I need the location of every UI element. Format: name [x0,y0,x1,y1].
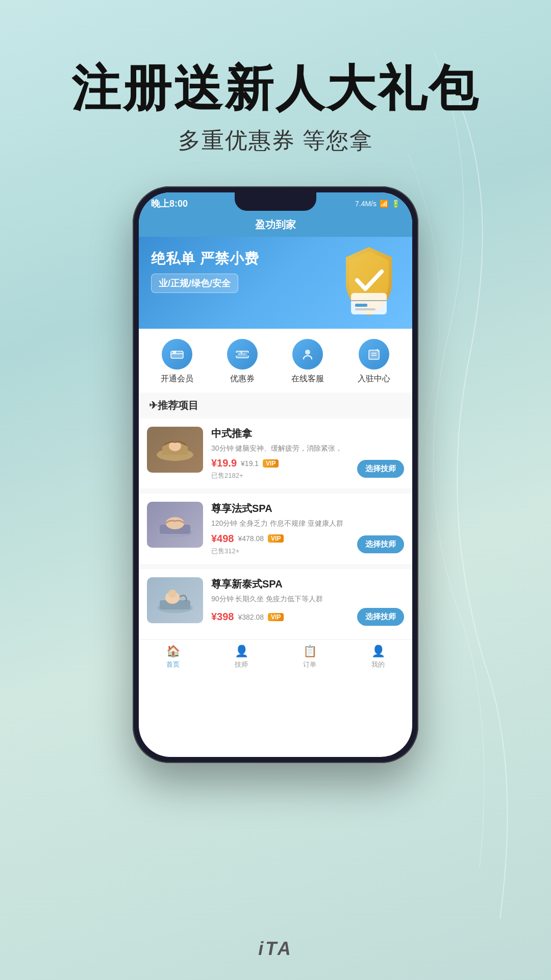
bottom-brand: iTA [0,938,551,960]
price-area-2: ¥498 ¥478.08 VIP [211,533,284,545]
service-desc-2: 120分钟 全身乏力 作息不规律 亚健康人群 [211,519,404,529]
quick-menu: 开通会员 ¥ 优惠券 [139,329,412,393]
svg-rect-2 [355,304,367,307]
order-icon: 📋 [303,645,317,658]
service-icon [292,339,323,370]
status-icons: 7.4M/s 📶 🔋 [355,200,400,208]
price-vip-3: ¥382.08 [238,613,264,621]
notch [235,192,316,211]
vip-badge-2: VIP [268,534,284,543]
nav-item-technician[interactable]: 👤 技师 [207,640,276,673]
menu-label-coupon: 优惠券 [230,374,255,384]
banner-shield [336,242,402,318]
svg-point-5 [173,351,176,354]
hero-title: 注册送新人大礼包 [0,61,551,115]
service-item-1: 中式推拿 30分钟 健脑安神、缓解疲劳，消除紧张， ¥19.9 ¥19.1 VI… [139,419,412,489]
select-btn-1[interactable]: 选择技师 [357,460,404,478]
service-img-2 [147,502,203,548]
svg-point-11 [305,350,310,355]
banner: 绝私单 严禁小费 业/正规/绿色/安全 [139,237,412,329]
nav-item-home[interactable]: 🏠 首页 [139,640,207,673]
svg-rect-3 [355,308,375,310]
service-info-1: 中式推拿 30分钟 健脑安神、缓解疲劳，消除紧张， ¥19.9 ¥19.1 VI… [211,427,404,481]
technician-label: 技师 [235,660,248,669]
menu-item-service[interactable]: 在线客服 [291,339,324,384]
svg-point-19 [166,517,184,529]
order-label: 订单 [303,660,316,669]
menu-item-membership[interactable]: 开通会员 [161,339,193,384]
technician-icon: 👤 [235,645,248,658]
select-btn-3[interactable]: 选择技师 [357,608,404,626]
phone-mockup: 晚上8:00 7.4M/s 📶 🔋 盈功到家 绝私单 严禁小费 业/正规/绿色/… [0,186,551,763]
svg-rect-4 [171,351,183,358]
sold-count-1: 已售2182+ [211,471,279,480]
settle-icon [359,339,389,370]
service-name-3: 尊享新泰式SPA [211,577,404,591]
brand-text: iTA [258,938,292,959]
vip-badge-1: VIP [263,459,279,468]
wifi-icon: 📶 [380,200,388,208]
service-item-3: 尊享新泰式SPA 90分钟 长期久坐 免疫力低下等人群 ¥398 ¥382.08… [139,569,412,634]
coupon-icon: ¥ [227,339,258,370]
service-name-2: 尊享法式SPA [211,502,404,516]
service-desc-1: 30分钟 健脑安神、缓解疲劳，消除紧张， [211,444,404,454]
vip-badge-3: VIP [268,613,284,621]
battery-icon: 🔋 [391,200,400,208]
price-main-2: ¥498 [211,533,234,545]
service-list: 中式推拿 30分钟 健脑安神、缓解疲劳，消除紧张， ¥19.9 ¥19.1 VI… [139,419,412,634]
svg-rect-12 [369,350,379,359]
menu-label-membership: 开通会员 [161,374,193,384]
menu-label-settle: 入驻中心 [358,374,390,384]
select-btn-2[interactable]: 选择技师 [357,535,404,553]
service-price-row-2: ¥498 ¥478.08 VIP 已售312+ 选择技师 [211,533,404,556]
bottom-nav: 🏠 首页 👤 技师 📋 订单 👤 我的 [139,639,412,673]
service-price-row-3: ¥398 ¥382.08 VIP 选择技师 [211,608,404,626]
service-price-row-1: ¥19.9 ¥19.1 VIP 已售2182+ 选择技师 [211,457,404,480]
service-desc-3: 90分钟 长期久坐 免疫力低下等人群 [211,594,404,604]
price-vip-1: ¥19.1 [241,459,259,468]
price-main-1: ¥19.9 [211,457,237,469]
nav-item-order[interactable]: 📋 订单 [276,640,344,673]
membership-icon [162,339,192,370]
service-info-2: 尊享法式SPA 120分钟 全身乏力 作息不规律 亚健康人群 ¥498 ¥478… [211,502,404,556]
phone-inner: 晚上8:00 7.4M/s 📶 🔋 盈功到家 绝私单 严禁小费 业/正规/绿色/… [139,192,412,757]
price-main-3: ¥398 [211,611,234,623]
home-icon: 🏠 [166,645,180,658]
price-area-3: ¥398 ¥382.08 VIP [211,611,284,623]
hero-section: 注册送新人大礼包 多重优惠券 等您拿 [0,0,551,156]
service-item-2: 尊享法式SPA 120分钟 全身乏力 作息不规律 亚健康人群 ¥498 ¥478… [139,494,412,564]
profile-label: 我的 [371,660,385,669]
price-vip-2: ¥478.08 [238,534,264,543]
svg-point-23 [168,590,177,598]
nav-item-profile[interactable]: 👤 我的 [344,640,412,673]
profile-icon: 👤 [371,645,385,658]
svg-text:¥: ¥ [240,351,242,354]
status-time: 晚上8:00 [151,198,188,210]
home-label: 首页 [166,660,180,669]
service-img-1 [147,427,203,473]
menu-item-settle[interactable]: 入驻中心 [358,339,390,384]
section-title: ✈推荐项目 [139,393,412,419]
hero-subtitle: 多重优惠券 等您拿 [0,126,551,156]
banner-text2: 业/正规/绿色/安全 [151,274,238,293]
menu-label-service: 在线客服 [291,374,324,384]
signal-text: 7.4M/s [355,200,377,208]
app-title: 盈功到家 [139,215,412,237]
service-img-3 [147,577,203,623]
price-area-1: ¥19.9 ¥19.1 VIP [211,457,279,469]
status-bar: 晚上8:00 7.4M/s 📶 🔋 [139,192,412,215]
menu-item-coupon[interactable]: ¥ 优惠券 [227,339,258,384]
service-name-1: 中式推拿 [211,427,404,440]
sold-count-2: 已售312+ [211,547,284,556]
service-info-3: 尊享新泰式SPA 90分钟 长期久坐 免疫力低下等人群 ¥398 ¥382.08… [211,577,404,626]
phone-outer: 晚上8:00 7.4M/s 📶 🔋 盈功到家 绝私单 严禁小费 业/正规/绿色/… [133,186,418,763]
